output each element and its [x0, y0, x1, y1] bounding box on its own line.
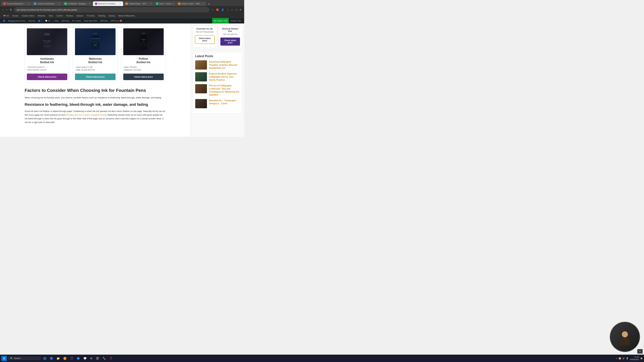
tab-close-icon[interactable]: ✕: [28, 2, 30, 5]
tab-title: Home – Canva: [159, 3, 171, 5]
svg-text:fuyu-syogun: fuyu-syogun: [44, 40, 51, 42]
close-window-icon[interactable]: ✕: [239, 8, 242, 12]
tab-close-icon[interactable]: ✕: [58, 2, 60, 5]
tab-product-redemption[interactable]: Product Redemption | DarkMy... ✕: [1, 1, 32, 6]
extension-icon[interactable]: 🔴: [215, 8, 220, 12]
sidebar: Converter for ink. Pen for Professionals…: [190, 23, 244, 137]
tab-close-icon[interactable]: ✕: [150, 2, 152, 5]
bookmark-tv-series[interactable]: TV Series: [85, 14, 96, 17]
wp-new[interactable]: + New: [52, 18, 60, 23]
bookmark-twinking[interactable]: Twinking: [97, 14, 107, 17]
widget-title: Latest Posts: [195, 54, 240, 58]
forward-button[interactable]: ›: [6, 7, 8, 12]
post-title-1[interactable]: Explore the Best Japanese Calligraphy Se…: [209, 72, 240, 81]
wp-logo[interactable]: 🔵: [2, 18, 7, 23]
tab-favicon: [126, 2, 128, 5]
bookmark-icon[interactable]: ☆: [211, 8, 214, 12]
wp-edit-post[interactable]: Edit Post: [60, 18, 70, 23]
ink-bottle-svg-waterman: WATERMAN Encre Bleu Serenite Serenity Bl…: [77, 30, 113, 54]
bookmark-reviews[interactable]: Reviews: [65, 14, 74, 17]
tab-best-ink[interactable]: Best Ink For Fountain Pens 202... ✕: [93, 1, 123, 6]
article-h3: Resistance to feathering, bleed-through …: [25, 102, 166, 107]
sidebar-top-products: Converter for ink. Pen for Professionals…: [193, 25, 242, 48]
bookmark-websites[interactable]: Websites: [36, 14, 46, 17]
check-price-button-pelikan[interactable]: Check latest price: [123, 73, 164, 80]
tab-favicon: [95, 2, 97, 5]
new-tab-button[interactable]: +: [206, 2, 211, 6]
latest-posts-widget: Latest Posts Stunning Calligraphy: Thank…: [193, 52, 242, 113]
wp-howdy[interactable]: Howdy, Theo: [229, 18, 242, 23]
bookmark-tools[interactable]: Tools: [47, 14, 54, 17]
bookmark-socials[interactable]: Socials: [11, 14, 20, 17]
tab-darkmysite[interactable]: DarkMySite – Blogging about F... ✕: [62, 1, 92, 6]
post-title-0[interactable]: Stunning Calligraphy: Thankful, Grateful…: [209, 60, 240, 69]
reload-button[interactable]: ↻: [9, 7, 13, 12]
tab-favicon: [3, 2, 6, 5]
post-thumbnail-0: [195, 60, 207, 69]
wp-edit-site[interactable]: Edit site: [27, 18, 36, 23]
ink-bottle-svg-pelikan: Pelikan 4001 Brilliant Schwarz Brilliant…: [125, 30, 162, 54]
tab-close-icon[interactable]: ✕: [172, 2, 174, 5]
menu-icon[interactable]: ⋮: [226, 8, 230, 12]
svg-rect-21: [140, 48, 147, 50]
tab-close-icon[interactable]: ✕: [89, 2, 90, 5]
content-inner: fuyu-syogun iroshizuku Iroshizuku Bottle…: [21, 23, 170, 130]
post-title-3[interactable]: Beautiful Ho... Thanksgivi... Designs f.…: [209, 99, 240, 105]
post-thumbnail-1: [195, 72, 207, 81]
tab-title: Writing in Style! – 1300 × 600...: [182, 3, 202, 5]
tab-untitled-design[interactable]: Untitled design – 500 × 600px ✕: [124, 1, 154, 6]
tab-canva[interactable]: Home – Canva ✕: [154, 1, 176, 6]
tab-close-icon[interactable]: ✕: [202, 2, 204, 5]
article-link[interactable]: fountain pen but in terms of typical wri…: [66, 114, 106, 116]
wp-views[interactable]: 👁 1 Views: [71, 18, 82, 23]
sidebar-separator: [193, 50, 242, 50]
product-grid: fuyu-syogun iroshizuku Iroshizuku Bottle…: [25, 26, 166, 82]
bookmark-amazon[interactable]: Amazon: [75, 14, 84, 17]
bookmark-uk[interactable]: 🇬🇧 UK: [2, 14, 10, 17]
svg-rect-6: [93, 33, 98, 35]
post-title-2[interactable]: The Art of Calligraphy Lowercase: Tips a…: [209, 84, 240, 96]
feature-item: RICH BLACK COLOR: [27, 68, 67, 71]
browser-window: Product Redemption | DarkMy... ✕ Custome…: [0, 0, 244, 137]
check-price-button-converter[interactable]: Check latest price: [195, 35, 215, 44]
feature-item: 50ML GLASS BOTTLE: [75, 68, 116, 71]
svg-text:Pelikan: Pelikan: [142, 39, 146, 40]
product-features-waterman: HIGH QUALITY INK 50ML GLASS BOTTLE: [75, 66, 116, 71]
bookmark-wow[interactable]: World of Warcraft N...: [117, 14, 137, 17]
tab-close-icon[interactable]: ✕: [120, 2, 121, 5]
address-input[interactable]: [14, 7, 210, 12]
wp-wpforms[interactable]: WPForms 4: [109, 18, 124, 23]
wp-comments[interactable]: 💬 36: [44, 18, 52, 23]
svg-rect-13: [91, 48, 100, 49]
sidebar-product-sub-0: Pen for Professionals: [195, 31, 215, 33]
svg-text:50ml: 50ml: [94, 44, 97, 46]
tab-customer-dashboard[interactable]: Customer Dashboard – DarkMy... ✕: [32, 1, 62, 6]
bookmark-youtube[interactable]: Youtube Videos: [20, 14, 36, 17]
bookmark-gaming[interactable]: Gaming: [107, 14, 116, 17]
wp-right-section: Site Status: LIVE Howdy, Theo: [212, 18, 242, 23]
back-button[interactable]: ‹: [2, 7, 4, 12]
product-image-iroshizuku: fuyu-syogun iroshizuku: [27, 28, 67, 55]
wp-site-name[interactable]: Blogging about Pens: [7, 18, 27, 23]
check-price-button-sherlock[interactable]: Check latest price: [220, 37, 240, 45]
bookmark-content[interactable]: Content: [55, 14, 64, 17]
article-intro: When choosing ink for fountain pens, you…: [25, 96, 166, 99]
tab-writing-style[interactable]: Writing in Style! – 1300 × 600... ✕: [176, 1, 206, 6]
page-wrapper: fuyu-syogun iroshizuku Iroshizuku Bottle…: [0, 23, 244, 137]
profile-icon[interactable]: 👤: [220, 8, 225, 12]
restore-icon[interactable]: □: [235, 8, 238, 12]
svg-rect-0: [44, 33, 50, 35]
site-status-badge: Site Status: LIVE: [212, 18, 229, 23]
ink-bottle-svg-iroshizuku: fuyu-syogun iroshizuku: [29, 30, 65, 54]
check-price-button-waterman[interactable]: Check latest price: [75, 73, 116, 80]
minimize-icon[interactable]: —: [230, 8, 234, 12]
wp-wpcode[interactable]: WPCode: [99, 18, 109, 23]
tab-favicon: [156, 2, 158, 5]
product-card-iroshizuku: fuyu-syogun iroshizuku Iroshizuku Bottle…: [25, 26, 70, 82]
wp-updates[interactable]: 🔵 1: [37, 18, 44, 23]
svg-text:Encre Bleu Serenite: Encre Bleu Serenite: [91, 40, 99, 41]
toolbar-icons: ☆ 🔴 👤 ⋮ — □ ✕: [211, 8, 242, 12]
check-price-button-iroshizuku[interactable]: Check latest price: [27, 73, 67, 80]
bookmarks-bar: 🇬🇧 UK Socials Youtube Videos Websites To…: [0, 13, 244, 18]
wp-rank-math[interactable]: Rank Math SEO: [83, 18, 98, 23]
